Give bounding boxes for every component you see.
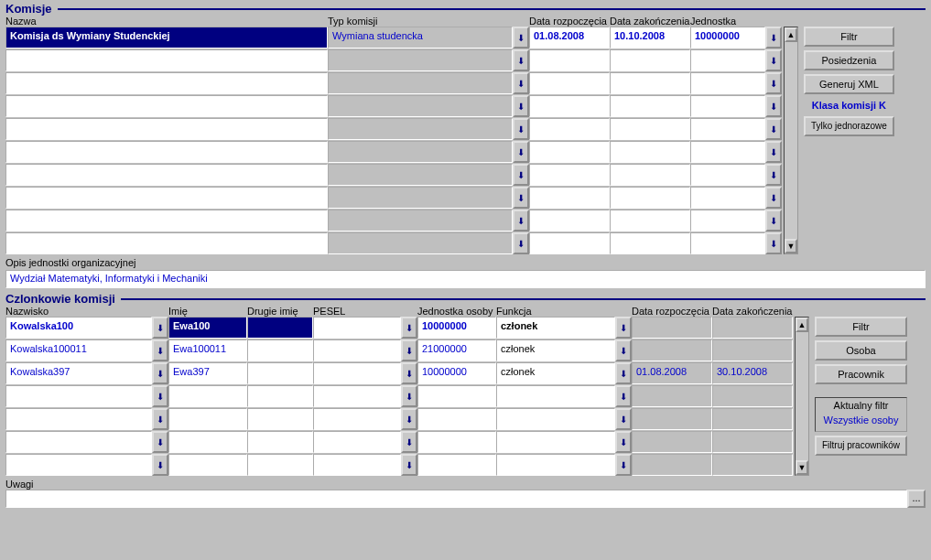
- pracownik-button[interactable]: Pracownik: [815, 364, 907, 384]
- cell-end[interactable]: [610, 164, 690, 186]
- dropdown-icon[interactable]: ⬇: [401, 317, 417, 339]
- cell-start2[interactable]: [632, 317, 712, 339]
- dropdown-icon[interactable]: ⬇: [513, 118, 529, 140]
- dropdown-icon[interactable]: ⬇: [615, 385, 632, 407]
- dropdown-icon[interactable]: ⬇: [765, 95, 782, 117]
- cell-end[interactable]: 10.10.2008: [610, 27, 690, 48]
- generuj-xml-button[interactable]: Generuj XML: [804, 74, 894, 94]
- cell-start[interactable]: [529, 187, 610, 209]
- cell-nazwa[interactable]: Komisja ds Wymiany Studenckiej: [5, 27, 328, 48]
- dropdown-icon[interactable]: ⬇: [513, 187, 529, 209]
- cell-start2[interactable]: [632, 339, 712, 361]
- dropdown-icon[interactable]: ⬇: [513, 72, 529, 94]
- dropdown-icon[interactable]: ⬇: [615, 317, 632, 339]
- cell-start2[interactable]: [632, 431, 712, 453]
- dropdown-icon[interactable]: ⬇: [401, 408, 417, 430]
- cell-nazwisko[interactable]: Kowalska397: [5, 362, 152, 384]
- cell-typ[interactable]: Wymiana studencka: [328, 27, 513, 48]
- cell-nazwisko[interactable]: [5, 454, 152, 476]
- cell-drugie[interactable]: [247, 362, 313, 384]
- posiedzenia-button[interactable]: Posiedzenia: [804, 50, 894, 70]
- dropdown-icon[interactable]: ⬇: [401, 431, 417, 453]
- cell-start2[interactable]: [632, 385, 712, 407]
- cell-nazwa[interactable]: [5, 49, 328, 71]
- cell-nazwa[interactable]: [5, 72, 328, 94]
- osoba-button[interactable]: Osoba: [815, 340, 907, 361]
- cell-start2[interactable]: 01.08.2008: [632, 362, 712, 384]
- cell-start[interactable]: [529, 141, 610, 163]
- dropdown-icon[interactable]: ⬇: [513, 210, 529, 232]
- dropdown-icon[interactable]: ⬇: [765, 232, 782, 254]
- dropdown-icon[interactable]: ⬇: [765, 72, 782, 94]
- cell-pesel[interactable]: [313, 317, 401, 339]
- scrollbar[interactable]: ▲ ▼: [795, 317, 809, 476]
- dropdown-icon[interactable]: ⬇: [765, 141, 782, 163]
- scroll-down-icon[interactable]: ▼: [796, 460, 808, 475]
- dropdown-icon[interactable]: ⬇: [152, 317, 168, 339]
- cell-end[interactable]: [610, 118, 690, 140]
- cell-jedn[interactable]: [690, 49, 765, 71]
- cell-start[interactable]: [529, 72, 610, 94]
- dropdown-icon[interactable]: ⬇: [152, 408, 168, 430]
- cell-start[interactable]: [529, 210, 610, 232]
- cell-typ[interactable]: [328, 210, 513, 232]
- dropdown-icon[interactable]: ⬇: [615, 339, 632, 361]
- cell-jedn-osoby[interactable]: [417, 454, 496, 476]
- cell-jedn-osoby[interactable]: 21000000: [417, 339, 496, 361]
- cell-start[interactable]: [529, 49, 610, 71]
- cell-pesel[interactable]: [313, 339, 401, 361]
- dropdown-icon[interactable]: ⬇: [513, 95, 529, 117]
- dropdown-icon[interactable]: ⬇: [401, 454, 417, 476]
- scrollbar[interactable]: ▲ ▼: [784, 27, 798, 254]
- dropdown-icon[interactable]: ⬇: [152, 454, 168, 476]
- cell-nazwa[interactable]: [5, 95, 328, 117]
- cell-jedn[interactable]: [690, 95, 765, 117]
- cell-drugie[interactable]: [247, 339, 313, 361]
- cell-pesel[interactable]: [313, 362, 401, 384]
- scroll-up-icon[interactable]: ▲: [785, 27, 797, 42]
- cell-end2[interactable]: 30.10.2008: [712, 362, 793, 384]
- cell-end[interactable]: [610, 210, 690, 232]
- dropdown-icon[interactable]: ⬇: [615, 454, 632, 476]
- cell-nazwisko[interactable]: [5, 385, 152, 407]
- dropdown-icon[interactable]: ⬇: [615, 362, 632, 384]
- tylko-jednorazowe-button[interactable]: Tylko jednorazowe: [804, 116, 894, 136]
- cell-imie[interactable]: Ewa397: [168, 362, 247, 384]
- cell-jedn[interactable]: [690, 118, 765, 140]
- cell-jedn[interactable]: [690, 72, 765, 94]
- cell-pesel[interactable]: [313, 431, 401, 453]
- filtr-button[interactable]: Filtr: [804, 27, 894, 47]
- cell-nazwisko[interactable]: [5, 431, 152, 453]
- cell-nazwa[interactable]: [5, 210, 328, 232]
- cell-drugie[interactable]: [247, 431, 313, 453]
- cell-jedn-osoby[interactable]: [417, 408, 496, 430]
- cell-funkcja[interactable]: członek: [496, 362, 615, 384]
- cell-drugie[interactable]: [247, 317, 313, 339]
- cell-jedn[interactable]: 10000000: [690, 27, 765, 48]
- dropdown-icon[interactable]: ⬇: [615, 408, 632, 430]
- dropdown-icon[interactable]: ⬇: [513, 141, 529, 163]
- cell-end[interactable]: [610, 232, 690, 254]
- cell-imie[interactable]: [168, 431, 247, 453]
- cell-end2[interactable]: [712, 454, 793, 476]
- cell-end[interactable]: [610, 187, 690, 209]
- dropdown-icon[interactable]: ⬇: [513, 27, 529, 48]
- dropdown-icon[interactable]: ⬇: [765, 49, 782, 71]
- cell-jedn[interactable]: [690, 187, 765, 209]
- cell-typ[interactable]: [328, 187, 513, 209]
- cell-end[interactable]: [610, 49, 690, 71]
- cell-typ[interactable]: [328, 232, 513, 254]
- cell-imie[interactable]: Ewa100011: [168, 339, 247, 361]
- cell-typ[interactable]: [328, 49, 513, 71]
- uwagi-more-button[interactable]: ...: [907, 490, 926, 508]
- cell-pesel[interactable]: [313, 385, 401, 407]
- cell-start[interactable]: 01.08.2008: [529, 27, 610, 48]
- cell-nazwisko[interactable]: Kowalska100011: [5, 339, 152, 361]
- dropdown-icon[interactable]: ⬇: [765, 210, 782, 232]
- cell-typ[interactable]: [328, 141, 513, 163]
- cell-jedn-osoby[interactable]: [417, 431, 496, 453]
- filtr-button-2[interactable]: Filtr: [815, 317, 907, 337]
- uwagi-input[interactable]: [5, 490, 907, 508]
- cell-nazwa[interactable]: [5, 141, 328, 163]
- cell-funkcja[interactable]: [496, 408, 615, 430]
